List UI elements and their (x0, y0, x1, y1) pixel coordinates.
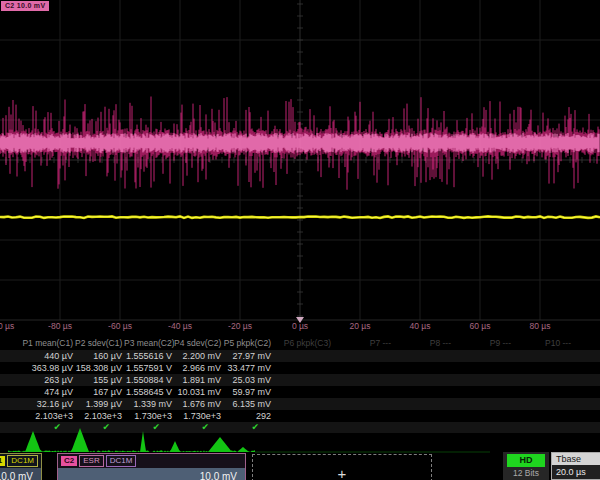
time-axis-tick-label: -100 µs (0, 321, 14, 331)
time-axis-tick-label: -80 µs (48, 321, 72, 331)
table-cell: 32.16 µV (0, 398, 75, 410)
trigger-position-marker[interactable] (296, 317, 304, 323)
c2-trace-annotation: C2 10.0 mV (1, 1, 49, 11)
table-cell: 2.103e+3 (0, 410, 75, 422)
table-cell: 10.031 mV (174, 386, 223, 398)
time-axis-tick-label: 40 µs (410, 321, 431, 331)
table-cell: 1.557591 V (124, 362, 174, 374)
table-cell: 2.966 mV (174, 362, 223, 374)
param-header-p8[interactable]: P8 --- (393, 337, 453, 350)
time-axis-tick-label: -40 µs (168, 321, 192, 331)
param-header-p9[interactable]: P9 --- (453, 337, 513, 350)
table-cell: 292 (223, 410, 273, 422)
param-header-p4[interactable]: P4 sdev(C2) (174, 337, 223, 350)
hd-badge: HD (507, 454, 545, 467)
table-cell: 363.98 µV (0, 362, 75, 374)
param-header-p10[interactable]: P10 --- (513, 337, 573, 350)
add-trace-button[interactable]: + (252, 454, 432, 480)
waveform-traces[interactable] (0, 0, 600, 336)
param-header-p5[interactable]: P5 pkpk(C2) (223, 337, 273, 350)
timebase-scale: 20.0 µs (552, 465, 600, 479)
table-cell: 1.676 mV (174, 398, 223, 410)
table-cell: 25.03 mV (223, 374, 273, 386)
table-cell: 33.477 mV (223, 362, 273, 374)
table-cell: 2.200 mV (174, 350, 223, 362)
oscilloscope-screen: C2 10.0 mV -100 µs -80 µs -60 µs -40 µs … (0, 0, 600, 480)
table-row-max: 474 µV 167 µV 1.558645 V 10.031 mV 59.97… (0, 386, 600, 398)
channel-descriptor-c1[interactable]: C1 DC1M 10.0 mV (0, 453, 42, 480)
timebase-descriptor[interactable]: Tbase 20.0 µs (551, 452, 600, 480)
param-header-p6[interactable]: P6 pkpk(C3) (273, 337, 333, 350)
c2-esr-badge: ESR (79, 455, 103, 467)
measurement-header-row: P1 mean(C1) P2 sdev(C1) P3 mean(C2) P4 s… (0, 337, 600, 350)
table-cell: 2.103e+3 (75, 410, 124, 422)
table-row-value: 440 µV 160 µV 1.555616 V 2.200 mV 27.97 … (0, 350, 600, 362)
table-cell: 1.730e+3 (174, 410, 223, 422)
table-cell: 155 µV (75, 374, 124, 386)
param-header-p3[interactable]: P3 mean(C2) (124, 337, 174, 350)
time-axis-tick-label: 20 µs (350, 321, 371, 331)
table-cell: 1.558645 V (124, 386, 174, 398)
table-cell: 27.97 mV (223, 350, 273, 362)
table-cell: 1.399 µV (75, 398, 124, 410)
time-axis-tick-label: -60 µs (108, 321, 132, 331)
table-cell: 440 µV (0, 350, 75, 362)
param-header-p7[interactable]: P7 --- (333, 337, 393, 350)
measurement-table: P1 mean(C1) P2 sdev(C1) P3 mean(C2) P4 s… (0, 337, 600, 433)
table-cell: 1.339 mV (124, 398, 174, 410)
table-cell: 6.135 mV (223, 398, 273, 410)
c2-coupling-badge: DC1M (106, 455, 137, 467)
c1-channel-badge: C1 (0, 456, 5, 466)
hd-bits-label: 12 Bits (503, 467, 549, 479)
c2-vertical-scale: 10.0 mV (58, 468, 245, 480)
channel-descriptor-c2[interactable]: C2 ESR DC1M 10.0 mV (57, 453, 246, 480)
table-cell: 167 µV (75, 386, 124, 398)
waveform-area[interactable]: C2 10.0 mV -100 µs -80 µs -60 µs -40 µs … (0, 0, 600, 336)
table-cell: 474 µV (0, 386, 75, 398)
hd-mode-panel[interactable]: HD 12 Bits (503, 452, 549, 480)
timebase-title: Tbase (552, 453, 600, 465)
table-cell: 1.550884 V (124, 374, 174, 386)
table-row-mean: 363.98 µV 158.308 µV 1.557591 V 2.966 mV… (0, 362, 600, 374)
c1-vertical-scale: 10.0 mV (0, 468, 41, 480)
table-cell: 59.97 mV (223, 386, 273, 398)
table-row-num: 2.103e+3 2.103e+3 1.730e+3 1.730e+3 292 (0, 410, 600, 422)
param-header-p1[interactable]: P1 mean(C1) (0, 337, 75, 350)
table-cell: 1.730e+3 (124, 410, 174, 422)
time-axis-tick-label: 80 µs (530, 321, 551, 331)
c1-coupling-badge: DC1M (7, 455, 38, 467)
table-cell: 1.555616 V (124, 350, 174, 362)
table-cell: 1.891 mV (174, 374, 223, 386)
time-axis-tick-label: 60 µs (470, 321, 491, 331)
table-cell: 263 µV (0, 374, 75, 386)
table-row-sdev: 32.16 µV 1.399 µV 1.339 mV 1.676 mV 6.13… (0, 398, 600, 410)
time-axis-tick-label: -20 µs (228, 321, 252, 331)
table-cell: 160 µV (75, 350, 124, 362)
c2-channel-badge: C2 (61, 456, 77, 466)
table-cell: 158.308 µV (75, 362, 124, 374)
table-row-min: 263 µV 155 µV 1.550884 V 1.891 mV 25.03 … (0, 374, 600, 386)
param-header-p2[interactable]: P2 sdev(C1) (75, 337, 124, 350)
plus-icon: + (338, 465, 347, 480)
